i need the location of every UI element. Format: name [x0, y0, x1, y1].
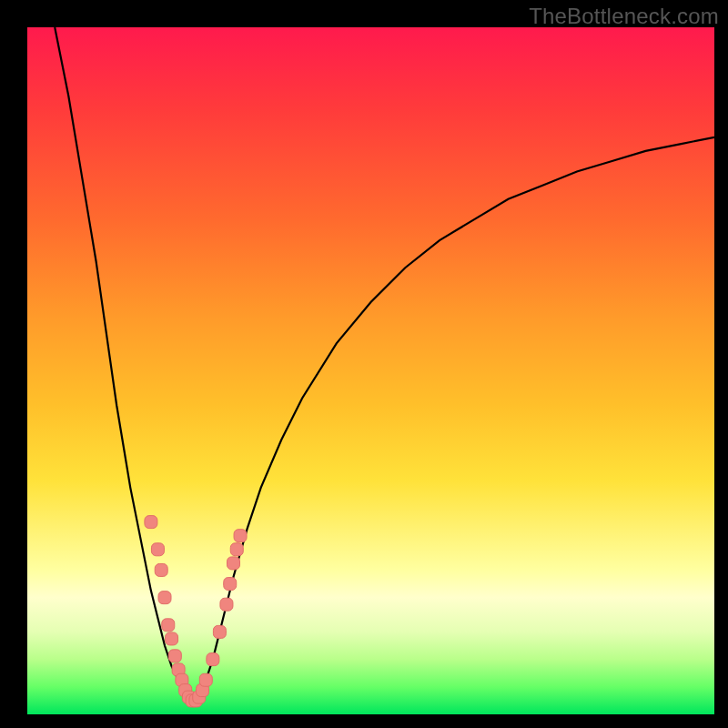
- data-marker: [213, 625, 226, 638]
- data-marker: [166, 632, 178, 645]
- chart-overlay: [27, 27, 714, 714]
- chart-frame: TheBottleneck.com: [0, 0, 728, 728]
- data-marker: [168, 650, 181, 662]
- data-marker: [158, 592, 171, 604]
- data-marker: [234, 530, 247, 542]
- data-marker: [220, 598, 233, 611]
- data-marker: [228, 557, 240, 570]
- data-marker: [145, 516, 157, 529]
- curve-right: [192, 137, 714, 701]
- data-marker: [207, 653, 219, 666]
- data-marker: [224, 578, 237, 591]
- data-marker: [199, 673, 212, 686]
- watermark-text: TheBottleneck.com: [529, 4, 719, 29]
- data-marker: [151, 543, 164, 556]
- data-marker: [155, 563, 167, 576]
- curve-left: [55, 27, 192, 701]
- data-marker: [162, 619, 175, 632]
- data-marker: [230, 543, 243, 556]
- markers-group: [145, 516, 247, 707]
- curve-group: [55, 27, 714, 701]
